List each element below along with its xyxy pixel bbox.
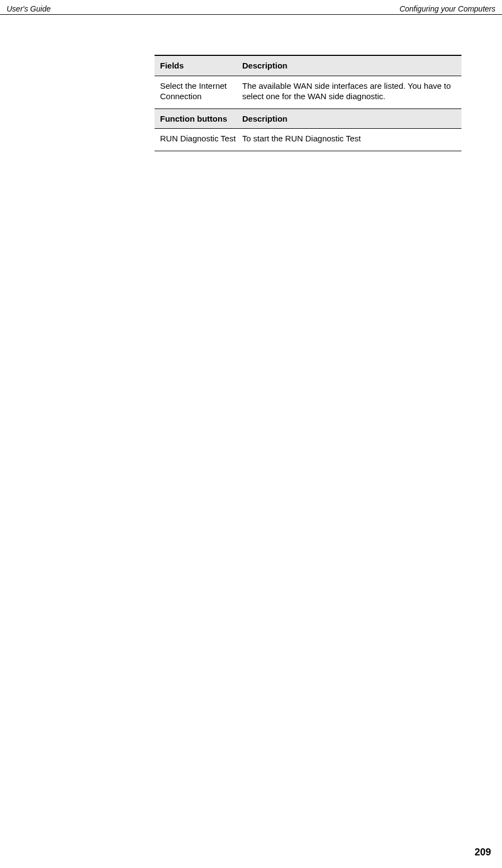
table-cell-field: Select the Internet Connection [160, 81, 242, 102]
table-cell-description: To start the RUN Diagnostic Test [242, 133, 456, 144]
table-divider [155, 151, 461, 151]
description-table: Fields Description Select the Internet C… [155, 55, 461, 151]
page-header: User's Guide Configuring your Computers [0, 0, 502, 15]
table-header-row: Fields Description [155, 56, 461, 76]
table-header-description: Description [242, 60, 456, 71]
table-row: RUN Diagnostic Test To start the RUN Dia… [155, 129, 461, 151]
page-number: 209 [475, 847, 491, 858]
table-header-description: Description [242, 113, 456, 124]
table-header-function-buttons: Function buttons [160, 113, 242, 124]
header-right-text: Configuring your Computers [400, 4, 495, 13]
header-left-text: User's Guide [7, 4, 50, 13]
table-header-row: Function buttons Description [155, 109, 461, 129]
table-cell-description: The available WAN side interfaces are li… [242, 81, 456, 102]
table-header-fields: Fields [160, 60, 242, 71]
table-cell-function: RUN Diagnostic Test [160, 133, 242, 144]
main-content: Fields Description Select the Internet C… [155, 55, 461, 151]
table-row: Select the Internet Connection The avail… [155, 76, 461, 108]
